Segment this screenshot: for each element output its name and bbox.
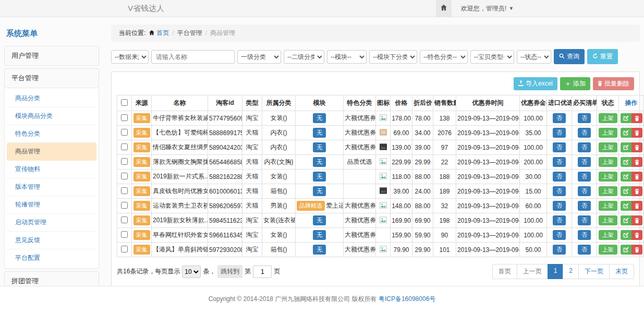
row-checkbox[interactable]: [121, 216, 128, 223]
must-buy-toggle[interactable]: 否: [578, 230, 591, 240]
edit-button[interactable]: [621, 172, 631, 182]
must-buy-toggle[interactable]: 否: [578, 113, 591, 123]
breadcrumb-home-link[interactable]: 首页: [149, 29, 169, 38]
delete-button[interactable]: [631, 245, 642, 255]
home-button[interactable]: [436, 0, 452, 17]
edit-button[interactable]: [621, 186, 631, 196]
edit-button[interactable]: [621, 157, 631, 167]
must-buy-toggle[interactable]: 否: [578, 128, 591, 138]
filter-select[interactable]: 一级分类: [237, 50, 281, 64]
sidebar-item[interactable]: 商品管理: [7, 143, 96, 161]
page-button[interactable]: 末页: [609, 264, 634, 279]
status-badge[interactable]: 上架: [599, 172, 617, 182]
edit-button[interactable]: [621, 142, 631, 152]
sidebar-item[interactable]: 特色分类: [7, 125, 96, 143]
jump-button[interactable]: 跳转到: [217, 265, 242, 278]
sidebar-item[interactable]: 版本管理: [7, 178, 96, 196]
module-badge[interactable]: 无: [313, 186, 326, 196]
name-search-input[interactable]: [151, 50, 235, 64]
filter-select[interactable]: --模块--: [327, 50, 367, 64]
import-select-toggle[interactable]: 否: [553, 157, 566, 167]
sidebar-section[interactable]: 平台管理: [4, 68, 99, 88]
status-badge[interactable]: 上架: [599, 157, 617, 167]
import-select-toggle[interactable]: 否: [553, 230, 566, 240]
sidebar-item[interactable]: 模块商品分类: [7, 107, 96, 125]
filter-select[interactable]: --状态--: [517, 50, 551, 64]
row-checkbox[interactable]: [121, 231, 128, 238]
filter-select[interactable]: --宝贝类型--: [470, 50, 514, 64]
sidebar-section[interactable]: 用户管理: [4, 46, 99, 66]
edit-button[interactable]: [621, 113, 631, 123]
edit-button[interactable]: [621, 245, 631, 255]
must-buy-toggle[interactable]: 否: [578, 157, 591, 167]
batch-delete-button[interactable]: 批量删除: [593, 77, 634, 90]
query-button[interactable]: 查询: [554, 49, 585, 64]
module-badge[interactable]: 无: [313, 128, 326, 138]
module-badge[interactable]: 无: [313, 142, 326, 152]
row-checkbox[interactable]: [121, 173, 128, 179]
filter-select[interactable]: --模块下分类--: [369, 50, 417, 64]
row-checkbox[interactable]: [121, 129, 128, 136]
add-button[interactable]: ＋ 添加: [560, 77, 590, 90]
filter-select[interactable]: --特色分类--: [420, 50, 468, 64]
delete-button[interactable]: [631, 230, 642, 240]
edit-button[interactable]: [621, 201, 631, 211]
edit-button[interactable]: [621, 128, 631, 138]
status-badge[interactable]: 上架: [599, 186, 617, 196]
module-badge[interactable]: 无: [313, 245, 326, 255]
import-select-toggle[interactable]: 否: [553, 128, 566, 138]
select-all-checkbox[interactable]: [121, 99, 128, 106]
must-buy-toggle[interactable]: 否: [578, 245, 591, 255]
edit-button[interactable]: [621, 230, 631, 240]
page-number-input[interactable]: [253, 266, 272, 278]
filter-select[interactable]: --二级分类--: [284, 50, 324, 64]
sidebar-item[interactable]: 平台配置: [7, 249, 96, 267]
sidebar-item[interactable]: 轮播管理: [7, 196, 96, 214]
must-buy-toggle[interactable]: 否: [578, 201, 591, 211]
module-badge[interactable]: 无: [313, 157, 326, 167]
row-checkbox[interactable]: [121, 187, 128, 194]
module-badge[interactable]: 无: [313, 113, 326, 123]
edit-button[interactable]: [621, 215, 631, 225]
sidebar-item[interactable]: 商品分类: [7, 90, 96, 107]
status-badge[interactable]: 上架: [599, 113, 617, 123]
import-excel-button[interactable]: 导入excel: [514, 77, 557, 90]
page-button[interactable]: 首页: [492, 264, 517, 279]
must-buy-toggle[interactable]: 否: [578, 215, 591, 225]
module-badge[interactable]: 无: [313, 172, 326, 182]
status-badge[interactable]: 上架: [599, 245, 617, 255]
sidebar-item[interactable]: 启动页管理: [7, 214, 96, 232]
sidebar-item[interactable]: 宣传物料: [7, 161, 96, 178]
import-select-toggle[interactable]: 否: [553, 245, 566, 255]
icp-link[interactable]: 粤ICP备16098006号: [379, 295, 435, 303]
module-badge[interactable]: 无: [313, 230, 326, 240]
delete-button[interactable]: [631, 172, 642, 182]
status-badge[interactable]: 上架: [599, 215, 617, 225]
status-badge[interactable]: 上架: [599, 230, 617, 240]
sidebar-item[interactable]: 意见反馈: [7, 232, 96, 249]
must-buy-toggle[interactable]: 否: [578, 186, 591, 196]
row-checkbox[interactable]: [121, 158, 128, 165]
module-badge[interactable]: 无: [313, 215, 326, 225]
row-checkbox[interactable]: [121, 143, 128, 150]
page-button[interactable]: 2: [563, 264, 579, 279]
delete-button[interactable]: [631, 186, 642, 196]
page-button[interactable]: 下一页: [578, 264, 610, 279]
delete-button[interactable]: [631, 201, 642, 211]
status-badge[interactable]: 上架: [599, 128, 617, 138]
delete-button[interactable]: [631, 128, 642, 138]
user-menu[interactable]: 欢迎您，管理员! ▼: [452, 0, 514, 17]
reset-button[interactable]: 重置: [587, 49, 618, 64]
import-select-toggle[interactable]: 否: [553, 172, 566, 182]
filter-select[interactable]: --数据来源--: [111, 50, 149, 64]
per-page-select[interactable]: 10: [182, 266, 201, 278]
delete-button[interactable]: [631, 142, 642, 152]
page-button[interactable]: 上一页: [517, 264, 548, 279]
page-button[interactable]: 1: [548, 264, 564, 279]
module-badge[interactable]: 品牌精选: [297, 201, 325, 211]
delete-button[interactable]: [631, 157, 642, 167]
import-select-toggle[interactable]: 否: [553, 142, 566, 152]
row-checkbox[interactable]: [121, 114, 128, 121]
must-buy-toggle[interactable]: 否: [578, 172, 591, 182]
import-select-toggle[interactable]: 否: [553, 113, 566, 123]
